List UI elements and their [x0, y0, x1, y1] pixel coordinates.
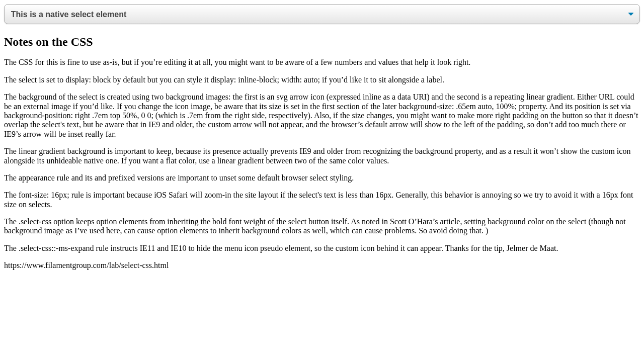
body-paragraph: https://www.filamentgroup.com/lab/select…: [4, 261, 640, 270]
body-paragraph: The linear gradient background is import…: [4, 147, 640, 165]
body-paragraph: The .select-css option keeps option elem…: [4, 217, 640, 236]
body-paragraph: The .select-css::-ms-expand rule instruc…: [4, 244, 640, 253]
native-select-element[interactable]: This is a native select elementApplesBan…: [4, 4, 640, 24]
page-title: Notes on the CSS: [4, 35, 640, 49]
body-paragraph: The appearance rule and its and prefixed…: [4, 173, 640, 183]
body-paragraph: The CSS for this is fine to use as-is, b…: [4, 58, 640, 67]
body-paragraph: The font-size: 16px; rule is important b…: [4, 191, 640, 209]
body-paragraph: The background of the select is created …: [4, 93, 640, 139]
body-paragraph: The select is set to display: block by d…: [4, 75, 640, 84]
